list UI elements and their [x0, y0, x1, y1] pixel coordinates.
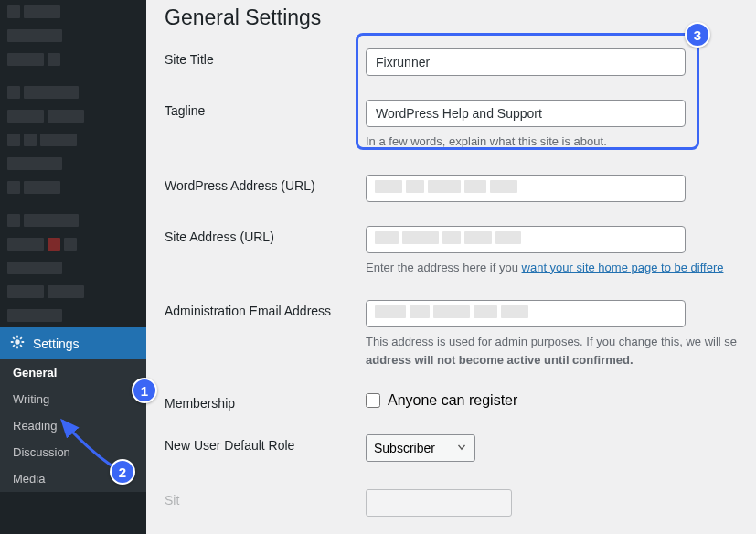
desc-admin-email: This address is used for admin purposes.… [366, 333, 738, 368]
select-default-role[interactable]: Subscriber [366, 434, 475, 462]
label-admin-email: Administration Email Address [165, 300, 366, 318]
sidebar-sub-discussion[interactable]: Discussion [0, 439, 146, 465]
checkbox-label: Anyone can register [388, 392, 517, 409]
main-content: General Settings Site Title Tagline In a… [146, 0, 756, 534]
membership-checkbox-wrap[interactable]: Anyone can register [366, 392, 738, 409]
desc-site-address: Enter the address here if you want your … [366, 259, 738, 277]
admin-sidebar: Settings General Writing Reading Discuss… [0, 0, 146, 534]
label-default-role: New User Default Role [165, 434, 366, 453]
sidebar-item-settings[interactable]: Settings [0, 327, 146, 359]
input-site-title[interactable] [366, 48, 686, 76]
label-site-language: Sit [165, 489, 366, 507]
settings-icon [9, 334, 26, 353]
label-membership: Membership [165, 392, 366, 411]
desc-tagline: In a few words, explain what this site i… [366, 133, 738, 151]
sidebar-sub-general[interactable]: General [0, 359, 146, 386]
select-site-language[interactable] [366, 489, 512, 517]
link-home-page[interactable]: want your site home page to be differe [522, 261, 724, 274]
sidebar-sub-writing[interactable]: Writing [0, 386, 146, 412]
label-tagline: Tagline [165, 100, 366, 118]
label-site-title: Site Title [165, 48, 366, 67]
sidebar-settings-label: Settings [33, 336, 80, 351]
label-site-address: Site Address (URL) [165, 226, 366, 244]
svg-point-0 [15, 339, 19, 344]
page-title: General Settings [165, 5, 738, 30]
checkbox-anyone-register[interactable] [366, 393, 380, 408]
sidebar-sub-media[interactable]: Media [0, 465, 146, 492]
sidebar-sub-reading[interactable]: Reading [0, 412, 146, 439]
label-wp-address: WordPress Address (URL) [165, 175, 366, 193]
input-tagline[interactable] [366, 100, 686, 127]
